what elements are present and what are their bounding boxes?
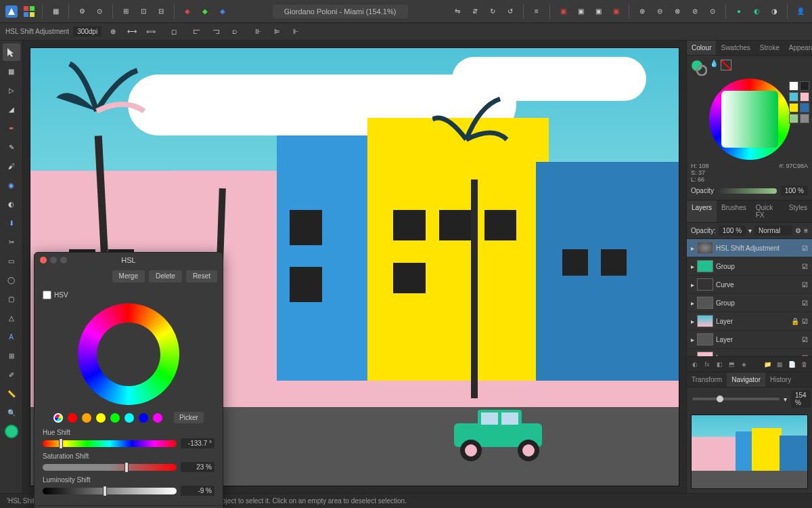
hue-yellow-dot[interactable] [96, 413, 106, 423]
mask-icon[interactable]: ◧ [714, 359, 725, 370]
shape-ellipse-icon[interactable]: ◯ [3, 271, 20, 289]
pencil-tool-icon[interactable]: ✎ [3, 138, 20, 156]
hue-red-dot[interactable] [68, 413, 77, 423]
insert-behind-icon[interactable]: ◑ [767, 4, 782, 19]
distribute-h-icon[interactable]: ⊪ [250, 24, 265, 39]
layer-row[interactable]: ▸Group☑ [687, 257, 812, 276]
sat-shift-slider[interactable] [43, 464, 177, 471]
bool-int-icon[interactable]: ⊗ [670, 4, 685, 19]
align-left-icon[interactable]: ⫍ [189, 24, 204, 39]
maximize-icon[interactable] [60, 257, 67, 263]
minimize-icon[interactable] [50, 257, 57, 263]
hue-orange-dot[interactable] [82, 413, 91, 423]
layer-row[interactable]: ▸HSL Shift Adjustment☑ [687, 239, 812, 257]
zoom-tool-icon[interactable]: 🔍 [3, 404, 20, 421]
visibility-check-icon[interactable]: ☑ [802, 245, 808, 252]
add-pixel-icon[interactable]: ▦ [774, 359, 785, 370]
swatch[interactable] [800, 114, 809, 123]
chevron-down-icon[interactable]: ▾ [748, 227, 752, 234]
zoom-value[interactable]: 154 % [791, 390, 811, 408]
tab-history[interactable]: History [765, 373, 796, 387]
swatch[interactable] [800, 92, 809, 102]
lum-shift-value[interactable]: -9 % [181, 486, 215, 496]
delete-layer-icon[interactable]: 🗑 [798, 359, 809, 370]
hsv-checkbox[interactable]: HSV [43, 291, 215, 299]
rotate-icon[interactable]: ↻ [485, 4, 500, 19]
transparency-tool-icon[interactable]: ◐ [3, 195, 20, 213]
tab-brushes[interactable]: Brushes [717, 200, 751, 222]
visibility-check-icon[interactable]: ☑ [802, 263, 808, 270]
visibility-check-icon[interactable]: ☑ [802, 318, 808, 325]
swatch[interactable] [789, 114, 798, 123]
align-right-icon[interactable]: ⫐ [227, 24, 242, 39]
align-icon[interactable]: ≡ [529, 4, 544, 19]
tab-navigator[interactable]: Navigator [727, 373, 765, 387]
hue-cyan-dot[interactable] [125, 413, 134, 423]
picker-button[interactable]: Picker [174, 412, 204, 423]
layer-opacity-field[interactable]: 100 % [719, 226, 746, 236]
doc-setup-icon[interactable]: ⊙ [92, 4, 107, 19]
corner-tool-icon[interactable]: ◢ [3, 100, 20, 118]
hex-field[interactable]: 97C98A [786, 163, 808, 169]
crop-tool-icon[interactable]: ✂ [3, 233, 20, 251]
account-icon[interactable]: 👤 [793, 4, 808, 19]
bool-xor-icon[interactable]: ⊘ [687, 4, 702, 19]
sat-shift-value[interactable]: 23 % [181, 462, 215, 472]
chevron-down-icon[interactable]: ▸ [691, 245, 694, 252]
node-tool-icon[interactable]: ▷ [3, 81, 20, 99]
bool-sub-icon[interactable]: ⊖ [652, 4, 667, 19]
dpi-field[interactable]: 300dpi [73, 26, 102, 37]
arrange3-icon[interactable]: ◆ [215, 4, 230, 19]
lum-shift-slider[interactable] [43, 488, 177, 494]
reset-button[interactable]: Reset [186, 270, 217, 282]
view-mode-icon[interactable]: ▦ [48, 4, 63, 19]
prefs-icon[interactable]: ⚙ [74, 4, 89, 19]
ctx-snap2-icon[interactable]: ⟺ [143, 24, 158, 39]
lock-icon[interactable]: 🔒 [791, 318, 799, 325]
tab-appearance[interactable]: Appearance [784, 41, 812, 55]
hue-blue-dot[interactable] [139, 413, 148, 423]
flip-h-icon[interactable]: ⇋ [450, 4, 465, 19]
layer-row[interactable]: ▸Curve☑ [687, 276, 812, 294]
snap3-icon[interactable]: ⊟ [154, 4, 168, 19]
auto-mask-icon[interactable]: ⬒ [726, 359, 737, 370]
distribute-s-icon[interactable]: ⊩ [288, 24, 303, 39]
marquee-tool-icon[interactable]: ▦ [3, 62, 20, 80]
navigator-thumbnail[interactable] [691, 415, 808, 489]
move-tool-icon[interactable] [3, 43, 20, 61]
swatch[interactable] [789, 92, 798, 102]
insert-inside-icon[interactable]: ◐ [749, 4, 764, 19]
layer-row[interactable]: ▸Layer🔒☑ [687, 312, 812, 331]
order-last-icon[interactable]: ▣ [608, 4, 623, 19]
add-layer-icon[interactable]: 📄 [786, 359, 797, 370]
tab-stroke[interactable]: Stroke [755, 41, 784, 55]
zoom-down-icon[interactable]: ▾ [784, 396, 787, 403]
zoom-slider[interactable] [692, 398, 780, 400]
fill-tool-icon[interactable]: ◉ [3, 176, 20, 194]
layer-menu-icon[interactable]: ≡ [804, 227, 808, 234]
pen-tool-icon[interactable]: ✒ [3, 119, 20, 137]
opacity-slider[interactable] [718, 188, 777, 194]
group-layers-icon[interactable]: 📁 [762, 359, 773, 370]
place-tool-icon[interactable]: ⬇ [3, 214, 20, 232]
distribute-v-icon[interactable]: ⊫ [269, 24, 284, 39]
colour-wheel[interactable] [709, 79, 790, 160]
hue-wheel[interactable] [78, 303, 179, 405]
swatch[interactable] [789, 81, 798, 91]
eyedropper-icon[interactable]: ✐ [3, 366, 20, 383]
bool-add-icon[interactable]: ⊕ [635, 4, 650, 19]
visibility-check-icon[interactable]: ☑ [802, 299, 808, 307]
fill-stroke-well-icon[interactable] [691, 60, 707, 76]
swatch[interactable] [789, 103, 798, 112]
ctx-snap-icon[interactable]: ⟷ [125, 24, 139, 39]
eyedropper-icon[interactable]: 💧 [710, 60, 718, 76]
text-tool-icon[interactable]: A [3, 328, 20, 345]
layer-row[interactable]: ▸Layer☑ [687, 331, 812, 349]
snap2-icon[interactable]: ⊡ [136, 4, 151, 19]
hue-shift-slider[interactable] [43, 440, 177, 447]
hue-green-dot[interactable] [110, 413, 120, 423]
bool-div-icon[interactable]: ⊙ [705, 4, 720, 19]
swatch[interactable] [800, 103, 809, 112]
layer-row[interactable]: ▸Group☑ [687, 294, 812, 312]
opacity-value[interactable]: 100 % [781, 186, 808, 196]
